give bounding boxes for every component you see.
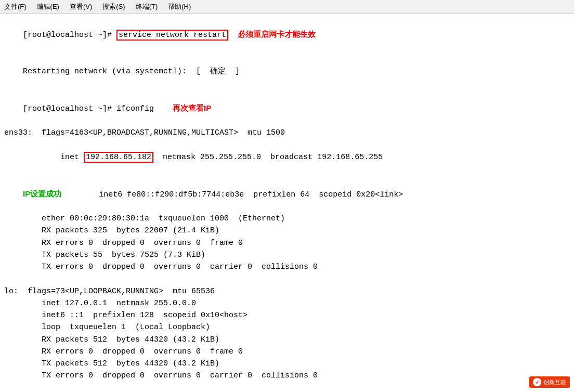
line-lo-rx-err: RX errors 0 dropped 0 overruns 0 frame 0 bbox=[4, 346, 570, 358]
line-lo-tx1: TX packets 512 bytes 44320 (43.2 KiB) bbox=[4, 358, 570, 370]
line-tx1: TX packets 55 bytes 7525 (7.3 KiB) bbox=[4, 249, 570, 261]
line-blank2 bbox=[4, 382, 570, 393]
line-ens33-flags: ens33: flags=4163<UP,BROADCAST,RUNNING,M… bbox=[4, 127, 570, 139]
inet6-text: inet6 fe80::f290:df5b:7744:eb3e prefixle… bbox=[61, 190, 403, 199]
menu-view[interactable]: 查看(V) bbox=[68, 1, 94, 12]
prompt-2: [root@localhost ~]# ifconfig bbox=[23, 104, 154, 113]
inet-prefix: inet bbox=[23, 153, 84, 162]
line-ether: ether 00:0c:29:80:30:1a txqueuelen 1000 … bbox=[4, 213, 570, 225]
line-restarting: Restarting network (via systemctl): [ 确定… bbox=[4, 54, 570, 90]
line-lo-inet6: inet6 ::1 prefixlen 128 scopeid 0x10<hos… bbox=[4, 309, 570, 321]
annot-restart: 必须重启网卡才能生效 bbox=[238, 30, 316, 38]
restarting-text: Restarting network (via systemctl): bbox=[23, 67, 196, 76]
line-rx-err1: RX errors 0 dropped 0 overruns 0 frame 0 bbox=[4, 237, 570, 249]
prompt-1: [root@localhost ~]# bbox=[23, 31, 116, 40]
watermark-icon: ✓ bbox=[533, 378, 541, 386]
line-inet: inet 192.168.65.182 netmask 255.255.255.… bbox=[4, 139, 570, 176]
menu-edit[interactable]: 编辑(E) bbox=[35, 1, 61, 12]
line-inet6-with-annot: IP设置成功 inet6 fe80::f290:df5b:7744:eb3e p… bbox=[4, 175, 570, 213]
menu-file[interactable]: 文件(F) bbox=[2, 1, 29, 12]
menubar: 文件(F) 编辑(E) 查看(V) 搜索(S) 终端(T) 帮助(H) bbox=[0, 0, 574, 14]
line-ifconfig: [root@localhost ~]# ifconfig 再次查看IP bbox=[4, 90, 570, 127]
annot-viewip: 再次查看IP bbox=[173, 103, 211, 112]
line-lo-inet: inet 127.0.0.1 netmask 255.0.0.0 bbox=[4, 297, 570, 309]
line-tx-err1: TX errors 0 dropped 0 overruns 0 carrier… bbox=[4, 261, 570, 273]
ok-text: [ 确定 ] bbox=[196, 67, 240, 76]
line-lo-rx1: RX packets 512 bytes 44320 (43.2 KiB) bbox=[4, 334, 570, 346]
terminal-area: [root@localhost ~]# service network rest… bbox=[0, 14, 574, 392]
line-rx1: RX packets 325 bytes 22007 (21.4 KiB) bbox=[4, 225, 570, 237]
watermark: ✓ 创新互联 bbox=[529, 376, 570, 388]
command-box: service network restart bbox=[116, 30, 228, 41]
line-lo-tx-err: TX errors 0 dropped 0 overruns 0 carrier… bbox=[4, 370, 570, 382]
line-lo-loop: loop txqueuelen 1 (Local Loopback) bbox=[4, 321, 570, 333]
watermark-text: 创新互联 bbox=[543, 378, 566, 386]
menu-terminal[interactable]: 终端(T) bbox=[134, 1, 160, 12]
annot-ip-success: IP设置成功 bbox=[23, 189, 61, 198]
line-lo-flags: lo: flags=73<UP,LOOPBACK,RUNNING> mtu 65… bbox=[4, 285, 570, 297]
menu-search[interactable]: 搜索(S) bbox=[100, 1, 127, 12]
ip-address-box: 192.168.65.182 bbox=[84, 152, 153, 163]
line-command: [root@localhost ~]# service network rest… bbox=[4, 16, 570, 54]
inet-suffix: netmask 255.255.255.0 broadcast 192.168.… bbox=[153, 153, 383, 162]
menu-help[interactable]: 帮助(H) bbox=[166, 1, 193, 12]
line-blank1 bbox=[4, 273, 570, 285]
